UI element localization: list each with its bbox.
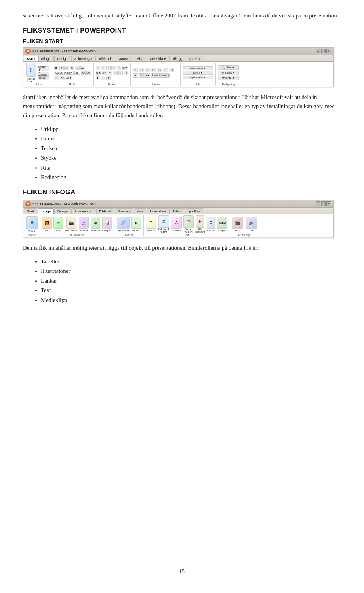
tab2-granska[interactable]: Granska [115, 208, 133, 214]
ersatt-button[interactable]: ⇄ Ersätt ▼ [218, 71, 239, 75]
fotoalbum-button[interactable]: 📷 [66, 217, 76, 229]
objekt-button[interactable]: OBJ [217, 217, 228, 229]
tab-visa[interactable]: Visa [134, 56, 146, 61]
clipart-button[interactable]: ✂ [53, 217, 63, 229]
bullets[interactable]: ⊟▼ [96, 71, 101, 75]
tab2-pptplex[interactable]: pptPlex [186, 208, 203, 214]
ljud-button[interactable]: 🔊 [246, 217, 257, 229]
tab-utvecklare[interactable]: Utvecklare [147, 56, 169, 61]
maximize-button[interactable]: □ [321, 49, 326, 53]
tab2-bildspel[interactable]: Bildspel [96, 208, 115, 214]
aterstall-button[interactable]: ↺ Återställ [38, 72, 49, 76]
bild-button[interactable]: 🖼 [42, 217, 52, 229]
shape8[interactable]: ✦ [133, 73, 138, 78]
italic-button[interactable]: I [59, 66, 64, 70]
group-rita-inner: Figurifyllning ▼ Kontur ▼ Figureffekter … [183, 63, 213, 83]
figurifyllning[interactable]: Figurifyllning ▼ [183, 66, 213, 70]
tab-start[interactable]: Start [24, 56, 38, 61]
tab2-infoga[interactable]: Infoga [38, 208, 54, 214]
ny-bild-button[interactable]: Ny bild ▼ [38, 66, 49, 71]
sok-button[interactable]: 🔍 Sök ▼ [218, 65, 239, 70]
shadow-button[interactable]: S [75, 66, 80, 70]
markera-button[interactable]: Markera ▼ [218, 76, 239, 80]
tab2-animeringar[interactable]: Animeringar [71, 208, 96, 214]
increase-font[interactable]: A↑ [81, 71, 86, 75]
group-label-rita: Rita [183, 83, 213, 86]
tab-granska[interactable]: Granska [115, 56, 133, 61]
tabell-button[interactable]: ⊞ [26, 216, 38, 229]
strikethrough-button[interactable]: S [70, 66, 74, 70]
tab-bildspel[interactable]: Bildspel [96, 56, 114, 61]
close-button[interactable]: ✕ [326, 49, 331, 53]
para-spacing[interactable]: ¶ [124, 71, 128, 75]
group-bilder-inner: B I U S S AV Calibri (Rubrik 28 A↑ A↓ [54, 63, 91, 83]
shape6[interactable]: ⌂ [163, 68, 168, 72]
tab-design[interactable]: Design [54, 56, 71, 61]
bildnummer-button[interactable]: 5 [196, 215, 204, 228]
align-center[interactable]: ≡ [101, 66, 105, 70]
titlebar-left: ◆ ■ ■ ■ Presentation1 - Microsoft PowerP… [25, 49, 96, 54]
text-direction[interactable]: ↕ [117, 66, 121, 70]
tab-tillagg[interactable]: Tillägg [169, 56, 185, 61]
close-button-2[interactable]: ✕ [326, 201, 331, 206]
clear-format[interactable]: ✕A [60, 76, 65, 80]
tab-pptplex[interactable]: pptPlex [186, 56, 203, 61]
group2-lankar: 🔗 Hyperlänk ▶ Åtgärd Länkar [115, 215, 144, 236]
minimize-button[interactable]: – [316, 49, 320, 53]
tab2-utvecklare[interactable]: Utvecklare [147, 208, 169, 214]
smartart-button[interactable]: ⊕ [91, 217, 100, 229]
valign-top[interactable]: ⬆ [96, 76, 100, 80]
datum-button[interactable]: 📅 [183, 215, 194, 228]
ordna-button[interactable]: Ordna▼ [139, 73, 150, 78]
diagram-button[interactable]: 📊 [102, 217, 112, 229]
minimize-button-2[interactable]: – [316, 201, 320, 206]
valign-mid[interactable]: ⬚ [101, 76, 105, 80]
window-buttons: – □ ✕ [316, 49, 331, 53]
tab-animeringar[interactable]: Animeringar [71, 56, 96, 61]
underline-button[interactable]: U [64, 66, 69, 70]
valign-bot[interactable]: ⬇ [106, 76, 111, 80]
film-button[interactable]: 🎬 [232, 217, 243, 229]
tab-infoga[interactable]: Infoga [38, 56, 54, 61]
group2-label-illustrationer: Illustrationer [42, 233, 112, 236]
align-right[interactable]: ≡ [106, 66, 111, 70]
shape7[interactable]: ⟨⟩ [169, 68, 174, 72]
figurer-button[interactable]: △ [79, 217, 89, 229]
group-redigering-inner: 🔍 Sök ▼ ⇄ Ersätt ▼ Markera ▼ [218, 63, 239, 83]
group-label-tecken: Tecken [96, 83, 128, 86]
klistra-button[interactable]: ▯ [26, 63, 36, 77]
tab2-visa[interactable]: Visa [134, 208, 146, 214]
shape2[interactable]: □ [139, 68, 144, 72]
shape1[interactable]: △ [133, 68, 138, 72]
tab2-start[interactable]: Start [24, 208, 37, 214]
shape4[interactable]: ⬡ [151, 68, 156, 72]
group2-label-text: Text [146, 233, 228, 236]
snabbformat-button[interactable]: Snabbformat▼ [151, 73, 170, 78]
tab2-tillagg[interactable]: Tillägg [169, 208, 185, 214]
figureffekter[interactable]: Figureffekter ▼ [183, 76, 213, 79]
text-cols[interactable]: ⊞▼ [122, 66, 127, 70]
indent-more[interactable]: → [113, 71, 118, 75]
atgard-button[interactable]: ▶ [131, 217, 141, 229]
font-color[interactable]: A [54, 76, 59, 80]
textruta-button[interactable]: T [146, 217, 156, 229]
sidhuvud-button[interactable]: ⊡ [158, 215, 169, 228]
align-left[interactable]: ≡ [96, 66, 100, 70]
indent-less[interactable]: ← [108, 71, 112, 75]
spacing-button[interactable]: AV [80, 66, 85, 70]
symbol-button[interactable]: Ω [207, 217, 215, 229]
kontur[interactable]: Kontur ▼ [183, 71, 213, 75]
wordart-button[interactable]: A [171, 217, 182, 229]
maximize-button-2[interactable]: □ [321, 201, 326, 206]
decrease-font[interactable]: A↓ [86, 71, 91, 75]
shape5[interactable]: ◇ [157, 68, 162, 72]
numbering[interactable]: #▼ [102, 71, 107, 75]
justify[interactable]: ≡ [111, 66, 116, 70]
ta-bort-button[interactable]: ✕ Ta bort [38, 76, 49, 80]
hyperlank-button[interactable]: 🔗 [117, 217, 130, 229]
bold-button[interactable]: B [54, 66, 58, 70]
shape3[interactable]: ○ [145, 68, 150, 72]
tab2-design[interactable]: Design [54, 208, 71, 214]
replace-button[interactable]: Aa▼ [66, 76, 72, 80]
line-spacing[interactable]: ↕ [118, 71, 123, 75]
